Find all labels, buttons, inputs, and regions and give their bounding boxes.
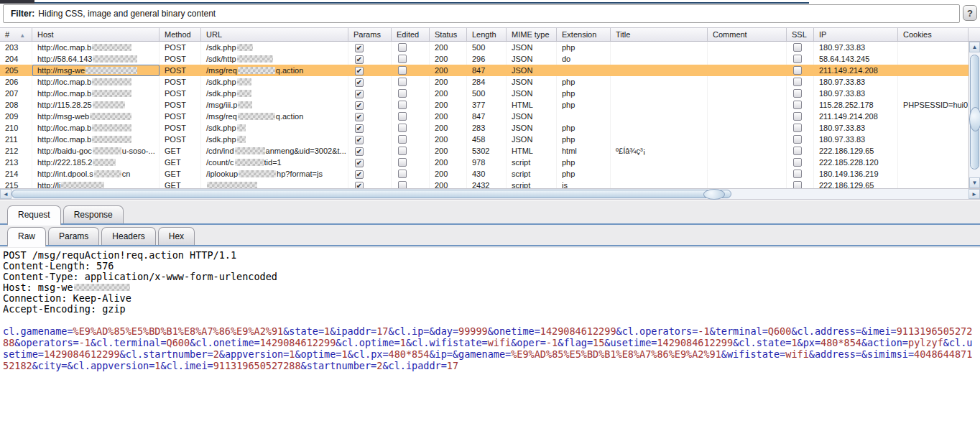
checkbox-unchecked[interactable] [793, 112, 802, 121]
vertical-thumb-grip[interactable] [969, 107, 980, 131]
column-header-comment[interactable]: Comment [708, 28, 787, 41]
table-row-204[interactable]: 204http://58.64.143POST/sdk/http200296JS… [0, 53, 969, 65]
table-row-205[interactable]: 205http://msg-wePOST/msg/reqq.action2008… [0, 65, 969, 76]
column-header-host[interactable]: Host [32, 28, 160, 41]
checkbox-unchecked[interactable] [398, 89, 407, 98]
checkbox-checked[interactable] [355, 101, 364, 110]
column-header-length[interactable]: Length [467, 28, 507, 41]
table-row-203[interactable]: 203http://loc.map.bPOST/sdk.php200500JSO… [0, 42, 969, 53]
checkbox-unchecked[interactable] [398, 43, 407, 52]
cell-comment [708, 122, 787, 134]
filter-bar[interactable]: Filter: Hiding CSS, image and general bi… [3, 4, 960, 23]
cell-url [201, 180, 348, 188]
checkbox-unchecked[interactable] [398, 147, 407, 155]
raw-request-editor[interactable]: POST /msg/requAction!req.action HTTP/1.1… [0, 248, 980, 431]
vertical-scrollbar[interactable]: ▲ ▼ [969, 42, 980, 188]
table-row-214[interactable]: 214http://int.dpool.scnGET/iplookuphp?fo… [0, 168, 969, 180]
checkbox-checked[interactable] [355, 78, 364, 87]
table-row-215[interactable]: 215http://liGET2002432scriptjs222.186.12… [0, 180, 969, 188]
checkbox-unchecked[interactable] [793, 43, 802, 52]
column-header-edited[interactable]: Edited [392, 28, 430, 41]
table-header: #▲HostMethodURLParamsEditedStatusLengthM… [0, 27, 980, 42]
checkbox-checked[interactable] [355, 44, 364, 52]
checkbox-unchecked[interactable] [793, 181, 802, 188]
cell-cookies [898, 122, 969, 134]
table-row-213[interactable]: 213http://222.185.2GET/count/ctid=120097… [0, 157, 969, 168]
horizontal-thumb-grip[interactable] [703, 189, 725, 200]
column-header-title[interactable]: Title [611, 28, 708, 41]
scroll-up-button[interactable]: ▲ [969, 42, 980, 52]
scroll-left-button[interactable]: ◄ [0, 189, 11, 199]
checkbox-unchecked[interactable] [398, 66, 407, 75]
checkbox-checked[interactable] [355, 67, 364, 75]
checkbox-checked[interactable] [355, 147, 364, 156]
tab-request[interactable]: Request [7, 205, 61, 225]
column-header-method[interactable]: Method [160, 28, 201, 41]
param-name: &cl.ip= [389, 325, 430, 337]
checkbox-unchecked[interactable] [793, 101, 802, 109]
tab-params[interactable]: Params [48, 227, 99, 245]
checkbox-checked[interactable] [355, 90, 364, 98]
checkbox-checked[interactable] [355, 159, 364, 167]
table-row-212[interactable]: 212http://baidu-gocu-soso-...GET/cdn/ind… [0, 145, 969, 157]
column-header-status[interactable]: Status [430, 28, 467, 41]
redacted-blur [93, 159, 116, 166]
table-row-207[interactable]: 207http://loc.map.bPOST/sdk.php200500JSO… [0, 88, 969, 99]
checkbox-unchecked[interactable] [793, 135, 802, 144]
checkbox-checked[interactable] [355, 113, 364, 121]
tab-response[interactable]: Response [63, 205, 124, 223]
table-row-211[interactable]: 211http://loc.map.bPOST/sdk.php200458JSO… [0, 134, 969, 145]
clipped-active-tab[interactable] [0, 0, 34, 4]
table-row-210[interactable]: 210http://loc.map.bPOST/sdk.php200283JSO… [0, 122, 969, 134]
column-header-extension[interactable]: Extension [557, 28, 611, 41]
checkbox-checked[interactable] [355, 55, 364, 64]
param-name: &ipaddr= [330, 325, 376, 337]
tab-raw[interactable]: Raw [7, 227, 46, 246]
vertical-scroll-thumb[interactable] [970, 55, 979, 170]
checkbox-unchecked[interactable] [793, 55, 802, 63]
checkbox-unchecked[interactable] [793, 124, 802, 132]
table-row-206[interactable]: 206http://loc.map.bPOST/sdk.php200284JSO… [0, 76, 969, 88]
column-header--[interactable]: #▲ [0, 28, 32, 41]
checkbox-unchecked[interactable] [398, 181, 407, 188]
checkbox-unchecked[interactable] [793, 170, 802, 178]
scroll-right-button[interactable]: ► [969, 189, 980, 199]
checkbox-unchecked[interactable] [398, 55, 407, 63]
cell-params [348, 157, 392, 168]
checkbox-unchecked[interactable] [398, 135, 407, 144]
checkbox-unchecked[interactable] [398, 170, 407, 178]
checkbox-checked[interactable] [355, 182, 364, 188]
scroll-down-button[interactable]: ▼ [969, 177, 980, 188]
column-header-mime-type[interactable]: MIME type [507, 28, 557, 41]
checkbox-unchecked[interactable] [793, 89, 802, 98]
checkbox-checked[interactable] [355, 136, 364, 144]
table-row-209[interactable]: 209http://msg-webPOST/msg/reqq.action200… [0, 111, 969, 122]
cell-host: http://int.dpool.scn [32, 168, 160, 180]
checkbox-unchecked[interactable] [398, 78, 407, 86]
checkbox-unchecked[interactable] [398, 112, 407, 121]
column-header-url[interactable]: URL [201, 28, 348, 41]
help-button[interactable]: ? [963, 5, 977, 21]
redacted-blur [92, 124, 131, 131]
tab-headers[interactable]: Headers [101, 227, 155, 245]
column-header-cookies[interactable]: Cookies [898, 28, 969, 41]
horizontal-scrollbar[interactable]: ◄ ► [0, 188, 980, 200]
param-value: 1429084612299 [44, 348, 120, 360]
horizontal-scroll-thumb[interactable] [11, 190, 731, 198]
checkbox-checked[interactable] [355, 170, 364, 179]
checkbox-unchecked[interactable] [793, 147, 802, 155]
checkbox-unchecked[interactable] [793, 158, 802, 167]
checkbox-unchecked[interactable] [398, 101, 407, 109]
checkbox-unchecked[interactable] [793, 66, 802, 75]
table-row-208[interactable]: 208http://115.28.25POST/msg/iii.p200377H… [0, 99, 969, 111]
column-header-params[interactable]: Params [348, 28, 392, 41]
checkbox-unchecked[interactable] [398, 124, 407, 132]
cell-edited [392, 134, 430, 145]
checkbox-checked[interactable] [355, 124, 364, 133]
column-header-ssl[interactable]: SSL [787, 28, 814, 41]
tab-hex[interactable]: Hex [158, 227, 195, 245]
cell-mime-type: JSON [507, 122, 557, 134]
checkbox-unchecked[interactable] [398, 158, 407, 167]
column-header-ip[interactable]: IP [814, 28, 898, 41]
checkbox-unchecked[interactable] [793, 78, 802, 86]
